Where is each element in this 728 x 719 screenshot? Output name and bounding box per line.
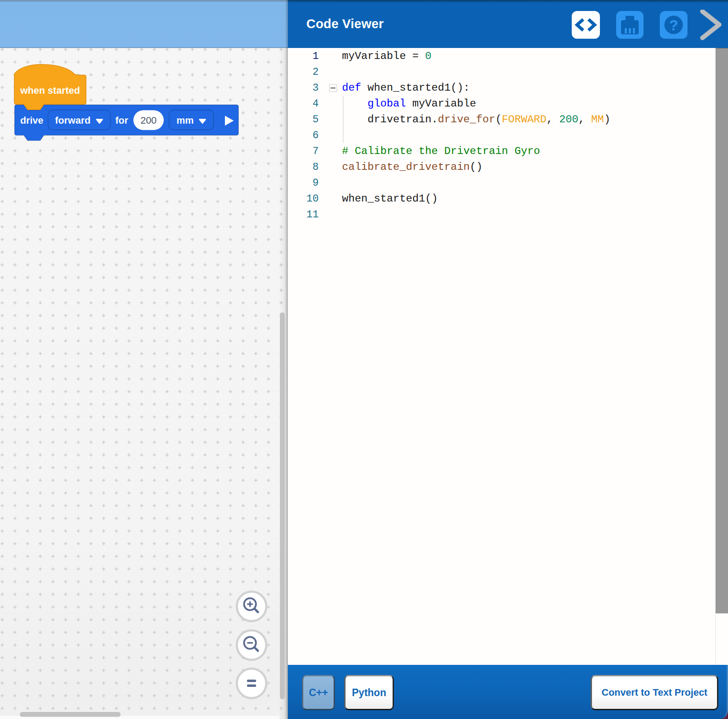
svg-text:forward: forward xyxy=(55,115,91,126)
svg-text:200: 200 xyxy=(140,115,157,126)
svg-text:when started: when started xyxy=(20,85,80,96)
svg-text:mm: mm xyxy=(176,115,194,126)
svg-text:drive: drive xyxy=(20,115,44,126)
svg-text:for: for xyxy=(115,115,129,126)
svg-text:?: ? xyxy=(669,17,678,33)
